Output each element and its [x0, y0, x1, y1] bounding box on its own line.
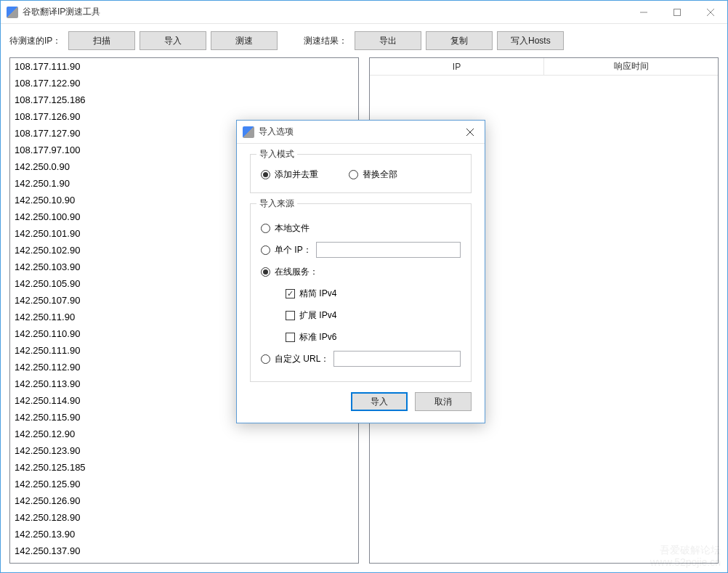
radio-icon: [261, 170, 270, 179]
mode-append-label: 添加并去重: [275, 168, 318, 181]
dialog-import-button[interactable]: 导入: [351, 392, 408, 411]
source-single-radio[interactable]: 单个 IP：: [261, 242, 312, 258]
mode-replace-radio[interactable]: 替换全部: [349, 166, 397, 182]
single-ip-input[interactable]: [316, 242, 461, 258]
source-local-radio[interactable]: 本地文件: [261, 220, 310, 236]
dialog-title: 导入选项: [259, 126, 294, 138]
dialog-body: 导入模式 添加并去重 替换全部 导入来源: [237, 144, 485, 423]
dialog-app-icon: [243, 126, 254, 138]
source-local-label: 本地文件: [275, 222, 310, 235]
import-mode-group: 导入模式 添加并去重 替换全部: [250, 154, 472, 193]
online-ext-ipv4-label: 扩展 IPv4: [299, 309, 336, 322]
custom-url-input[interactable]: [333, 351, 461, 367]
mode-replace-label: 替换全部: [363, 168, 397, 181]
source-online-radio[interactable]: 在线服务：: [261, 264, 318, 280]
source-custom-radio[interactable]: 自定义 URL：: [261, 351, 329, 367]
dialog-overlay: 导入选项 导入模式 添加并去重 替换全部: [0, 0, 728, 573]
checkbox-icon: [286, 311, 295, 320]
dialog-buttons: 导入 取消: [250, 392, 472, 411]
source-online-label: 在线服务：: [275, 266, 318, 278]
radio-icon: [261, 245, 270, 255]
radio-icon: [261, 354, 270, 364]
dialog-close-button[interactable]: [456, 121, 485, 143]
source-custom-label: 自定义 URL：: [275, 353, 329, 365]
radio-icon: [261, 224, 270, 233]
import-options-dialog: 导入选项 导入模式 添加并去重 替换全部: [236, 120, 485, 423]
dialog-titlebar: 导入选项: [237, 121, 485, 144]
close-icon: [466, 129, 474, 136]
import-source-group: 导入来源 本地文件 单个 IP：: [250, 203, 472, 382]
radio-icon: [349, 170, 358, 179]
import-mode-title: 导入模式: [256, 148, 297, 160]
source-single-label: 单个 IP：: [275, 244, 312, 256]
online-simple-ipv4-checkbox[interactable]: 精简 IPv4: [286, 285, 461, 301]
mode-append-radio[interactable]: 添加并去重: [261, 166, 318, 182]
checkbox-icon: [286, 333, 295, 342]
online-simple-ipv4-label: 精简 IPv4: [299, 288, 336, 300]
online-std-ipv6-checkbox[interactable]: 标准 IPv6: [286, 329, 461, 345]
online-std-ipv6-label: 标准 IPv6: [299, 331, 336, 344]
radio-icon: [261, 267, 270, 277]
import-source-title: 导入来源: [256, 198, 297, 210]
online-ext-ipv4-checkbox[interactable]: 扩展 IPv4: [286, 307, 461, 323]
online-options: 精简 IPv4 扩展 IPv4 标准 IPv6: [261, 285, 461, 345]
checkbox-icon: [286, 289, 295, 298]
dialog-cancel-button[interactable]: 取消: [415, 392, 472, 411]
